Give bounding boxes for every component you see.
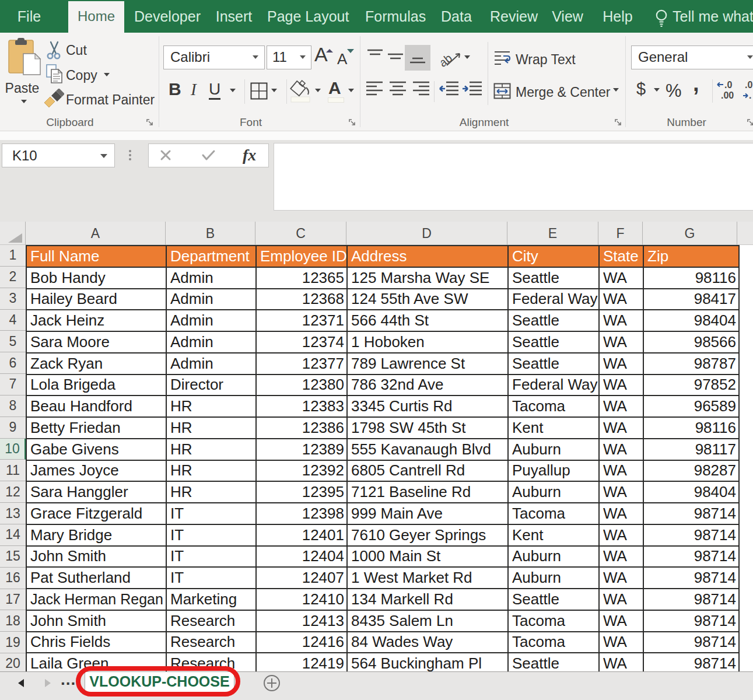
svg-text:fx: fx	[243, 146, 256, 164]
svg-text:.00: .00	[721, 90, 734, 100]
svg-text:.: .	[749, 90, 751, 100]
svg-text:.0: .0	[724, 80, 732, 90]
svg-text:.0: .0	[745, 80, 752, 90]
